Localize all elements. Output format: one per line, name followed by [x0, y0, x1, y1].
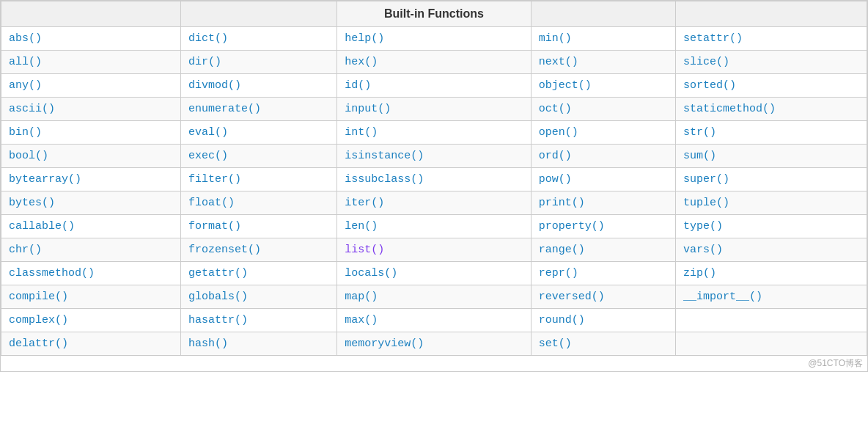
table-cell: memoryview() — [337, 332, 532, 356]
table-cell: bool() — [1, 145, 181, 168]
table-cell: divmod() — [181, 74, 337, 98]
table-cell: exec() — [181, 145, 337, 168]
table-cell: round() — [531, 309, 675, 332]
table-cell: type() — [675, 215, 867, 238]
table-cell: set() — [531, 332, 675, 356]
table-cell: globals() — [181, 285, 337, 309]
table-row: compile()globals()map()reversed()__impor… — [1, 285, 867, 309]
table-cell: sorted() — [675, 74, 867, 98]
table-cell: iter() — [337, 191, 532, 215]
table-cell: int() — [337, 121, 532, 145]
table-cell: float() — [181, 191, 337, 215]
table-cell: str() — [675, 121, 867, 145]
table-cell: print() — [531, 191, 675, 215]
table-cell: getattr() — [181, 262, 337, 285]
table-cell: bytearray() — [1, 168, 181, 191]
table-cell: filter() — [181, 168, 337, 191]
table-row: abs()dict()help()min()setattr() — [1, 27, 867, 51]
table-row: classmethod()getattr()locals()repr()zip(… — [1, 262, 867, 285]
table-cell: hex() — [337, 51, 532, 74]
table-cell: all() — [1, 51, 181, 74]
table-cell: delattr() — [1, 332, 181, 356]
table-cell — [675, 309, 867, 332]
table-cell: pow() — [531, 168, 675, 191]
table-row: bytearray()filter()issubclass()pow()supe… — [1, 168, 867, 191]
watermark-label: @51CTO博客 — [1, 356, 867, 371]
header-title: Built-in Functions — [337, 1, 532, 27]
table-cell: open() — [531, 121, 675, 145]
table-cell: next() — [531, 51, 675, 74]
table-cell: vars() — [675, 238, 867, 262]
header-col5 — [675, 1, 867, 27]
table-cell: dir() — [181, 51, 337, 74]
table-cell: bin() — [1, 121, 181, 145]
table-row: chr()frozenset()list()range()vars() — [1, 238, 867, 262]
table-cell: hasattr() — [181, 309, 337, 332]
table-cell: range() — [531, 238, 675, 262]
table-cell: help() — [337, 27, 532, 51]
table-row: delattr()hash()memoryview()set() — [1, 332, 867, 356]
table-cell: len() — [337, 215, 532, 238]
table-row: bool()exec()isinstance()ord()sum() — [1, 145, 867, 168]
table-wrapper: Built-in Functions abs()dict()help()min(… — [0, 0, 868, 372]
table-cell: min() — [531, 27, 675, 51]
table-cell: ord() — [531, 145, 675, 168]
table-cell: setattr() — [675, 27, 867, 51]
table-cell: complex() — [1, 309, 181, 332]
table-cell: property() — [531, 215, 675, 238]
table-row: ascii()enumerate()input()oct()staticmeth… — [1, 98, 867, 121]
table-cell: list() — [337, 238, 532, 262]
table-cell: tuple() — [675, 191, 867, 215]
table-cell: callable() — [1, 215, 181, 238]
table-row: bin()eval()int()open()str() — [1, 121, 867, 145]
table-row: all()dir()hex()next()slice() — [1, 51, 867, 74]
header-col2 — [181, 1, 337, 27]
table-cell: chr() — [1, 238, 181, 262]
table-row: callable()format()len()property()type() — [1, 215, 867, 238]
table-cell: map() — [337, 285, 532, 309]
table-cell: __import__() — [675, 285, 867, 309]
table-cell: id() — [337, 74, 532, 98]
table-cell: zip() — [675, 262, 867, 285]
table-cell: frozenset() — [181, 238, 337, 262]
table-cell: any() — [1, 74, 181, 98]
table-cell: bytes() — [1, 191, 181, 215]
table-cell: format() — [181, 215, 337, 238]
table-cell — [675, 332, 867, 356]
table-cell: repr() — [531, 262, 675, 285]
builtin-functions-table: Built-in Functions abs()dict()help()min(… — [1, 1, 867, 356]
table-cell: super() — [675, 168, 867, 191]
table-cell: input() — [337, 98, 532, 121]
header-col4 — [531, 1, 675, 27]
table-cell: abs() — [1, 27, 181, 51]
table-row: any()divmod()id()object()sorted() — [1, 74, 867, 98]
table-cell: sum() — [675, 145, 867, 168]
table-cell: staticmethod() — [675, 98, 867, 121]
table-cell: oct() — [531, 98, 675, 121]
table-cell: reversed() — [531, 285, 675, 309]
table-cell: locals() — [337, 262, 532, 285]
table-cell: compile() — [1, 285, 181, 309]
table-row: complex()hasattr()max()round() — [1, 309, 867, 332]
table-cell: ascii() — [1, 98, 181, 121]
header-col1 — [1, 1, 181, 27]
table-cell: isinstance() — [337, 145, 532, 168]
table-cell: hash() — [181, 332, 337, 356]
table-cell: object() — [531, 74, 675, 98]
table-row: bytes()float()iter()print()tuple() — [1, 191, 867, 215]
table-cell: issubclass() — [337, 168, 532, 191]
table-cell: slice() — [675, 51, 867, 74]
table-cell: classmethod() — [1, 262, 181, 285]
table-cell: eval() — [181, 121, 337, 145]
table-cell: dict() — [181, 27, 337, 51]
table-cell: enumerate() — [181, 98, 337, 121]
table-cell: max() — [337, 309, 532, 332]
